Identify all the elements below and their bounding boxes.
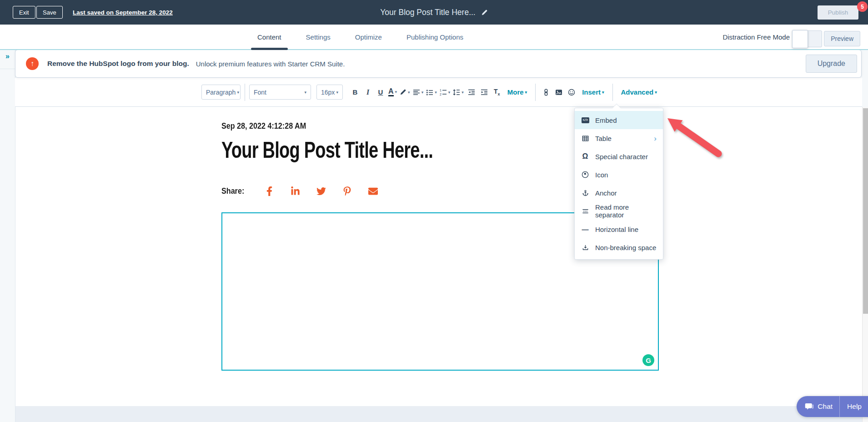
distraction-free-mode-label: Distraction Free Mode (722, 25, 790, 49)
menu-item-label: Embed (595, 116, 617, 124)
post-title-text: Your Blog Post Title Here... (380, 8, 475, 17)
post-body-title[interactable]: Your Blog Post Title Here... (221, 137, 433, 163)
align-button[interactable]: ▾ (413, 89, 424, 96)
advanced-dropdown[interactable]: Advanced ▾ (621, 88, 657, 96)
numbered-list-icon: 1 2 (440, 89, 447, 96)
menu-item-label: Anchor (595, 189, 617, 197)
italic-button[interactable]: I (362, 85, 374, 100)
font-size-select[interactable]: 16px ▾ (316, 85, 343, 100)
chevron-down-icon: ▾ (408, 90, 410, 95)
outdent-icon (468, 89, 475, 96)
bulleted-list-icon (426, 89, 433, 96)
read-more-icon (581, 208, 589, 215)
collapsed-sidebar-strip: » (0, 49, 15, 422)
vertical-scrollbar[interactable] (862, 107, 868, 422)
insert-dropdown[interactable]: Insert ▾ (582, 88, 604, 96)
editor-tab-bar: Content Settings Optimize Publishing Opt… (0, 25, 868, 50)
text-color-button[interactable]: A ▾ (388, 88, 397, 97)
chevron-down-icon: ▾ (462, 90, 464, 95)
preview-button[interactable]: Preview (824, 31, 860, 46)
insert-menu-item-icon[interactable]: Icon (575, 166, 663, 184)
help-button[interactable]: Help (840, 396, 868, 417)
chevron-down-icon: ▾ (304, 90, 306, 95)
more-dropdown[interactable]: More ▾ (507, 88, 527, 96)
scrollbar-thumb[interactable] (863, 108, 868, 314)
help-label: Help (847, 402, 862, 411)
banner-subtext: Unlock premium features with Starter CRM… (196, 60, 345, 68)
menu-item-label: Non-breaking space (595, 244, 656, 251)
chevron-down-icon: ▾ (525, 90, 527, 95)
share-email-icon[interactable] (368, 186, 378, 196)
toolbar-divider (245, 84, 245, 101)
chevron-down-icon: ▾ (602, 90, 604, 95)
advanced-label: Advanced (621, 88, 654, 96)
support-pill: Chat Help (797, 396, 868, 417)
bold-button[interactable]: B (349, 85, 361, 100)
line-height-icon (453, 89, 460, 96)
outdent-button[interactable] (466, 85, 477, 100)
insert-menu-item-anchor[interactable]: Anchor (575, 184, 663, 202)
menu-item-label: Special character (595, 153, 648, 161)
tab-settings[interactable]: Settings (306, 25, 331, 49)
edit-pencil-icon[interactable] (481, 9, 488, 16)
bottom-background-band (0, 406, 862, 422)
banner-headline: Remove the HubSpot logo from your blog. (47, 60, 189, 68)
upgrade-button[interactable]: Upgrade (806, 55, 857, 73)
chevron-down-icon: ▾ (655, 90, 657, 95)
exit-button[interactable]: Exit (13, 6, 35, 19)
upgrade-arrow-icon: ↑ (26, 57, 39, 70)
line-height-button[interactable]: ▾ (453, 89, 464, 96)
expand-sidebar-icon[interactable]: » (5, 53, 10, 60)
share-facebook-icon[interactable] (264, 186, 274, 196)
publish-button[interactable]: Publish (818, 5, 858, 20)
notification-badge[interactable]: 5 (857, 1, 868, 12)
share-pinterest-icon[interactable] (342, 186, 352, 196)
annotation-arrow (660, 114, 728, 161)
svg-text:1: 1 (440, 89, 442, 92)
indent-button[interactable] (478, 85, 490, 100)
sidebar-expand-header: » (0, 49, 15, 69)
tab-content[interactable]: Content (257, 25, 281, 49)
image-button[interactable] (553, 85, 565, 100)
chevron-down-icon: ▾ (336, 90, 338, 95)
numbered-list-button[interactable]: 1 2 ▾ (440, 89, 451, 96)
tab-optimize[interactable]: Optimize (355, 25, 382, 49)
chat-button[interactable]: Chat (797, 396, 839, 417)
image-icon (555, 89, 562, 96)
underline-button[interactable]: U (375, 85, 386, 100)
embed-icon: </> (581, 117, 589, 123)
upgrade-banner: ↑ Remove the HubSpot logo from your blog… (15, 50, 862, 78)
tab-publishing-options[interactable]: Publishing Options (406, 25, 463, 49)
top-bar: Exit Save Last saved on September 28, 20… (0, 0, 868, 25)
insert-menu-item-table[interactable]: Table › (575, 129, 663, 147)
highlighter-icon (400, 89, 406, 95)
font-select-value: Font (254, 89, 266, 96)
insert-menu-item-embed[interactable]: </> Embed (575, 111, 663, 129)
insert-menu-item-non-breaking-space[interactable]: Non-breaking space (575, 238, 663, 256)
more-label: More (507, 88, 524, 96)
insert-menu-item-read-more-separator[interactable]: Read more separator (575, 202, 663, 220)
up-arrow-glyph: ↑ (30, 60, 34, 68)
emoji-button[interactable] (566, 85, 577, 100)
font-size-value: 16px (321, 89, 335, 96)
clear-formatting-icon: Tx (494, 88, 500, 96)
omega-icon: Ω (581, 152, 589, 161)
insert-menu-item-special-character[interactable]: Ω Special character (575, 147, 663, 166)
distraction-free-toggle[interactable] (792, 30, 822, 47)
last-saved-link[interactable]: Last saved on September 28, 2022 (73, 0, 173, 25)
submenu-chevron-icon: › (654, 135, 657, 142)
clear-formatting-button[interactable]: Tx (491, 85, 503, 100)
link-icon (542, 89, 550, 96)
highlight-color-button[interactable]: ▾ (400, 89, 410, 95)
text-color-icon: A (388, 88, 394, 97)
paragraph-style-select[interactable]: Paragraph ▾ (201, 85, 241, 100)
share-linkedin-icon[interactable] (290, 186, 300, 196)
share-twitter-icon[interactable] (316, 186, 326, 196)
font-select[interactable]: Font ▾ (249, 85, 311, 100)
insert-menu-item-horizontal-line[interactable]: — Horizontal line (575, 220, 663, 238)
grammarly-badge[interactable]: G (642, 354, 654, 366)
bulleted-list-button[interactable]: ▾ (426, 89, 437, 96)
save-button[interactable]: Save (36, 6, 63, 19)
link-button[interactable] (540, 85, 552, 100)
post-date[interactable]: Sep 28, 2022 4:12:28 AM (221, 121, 306, 131)
